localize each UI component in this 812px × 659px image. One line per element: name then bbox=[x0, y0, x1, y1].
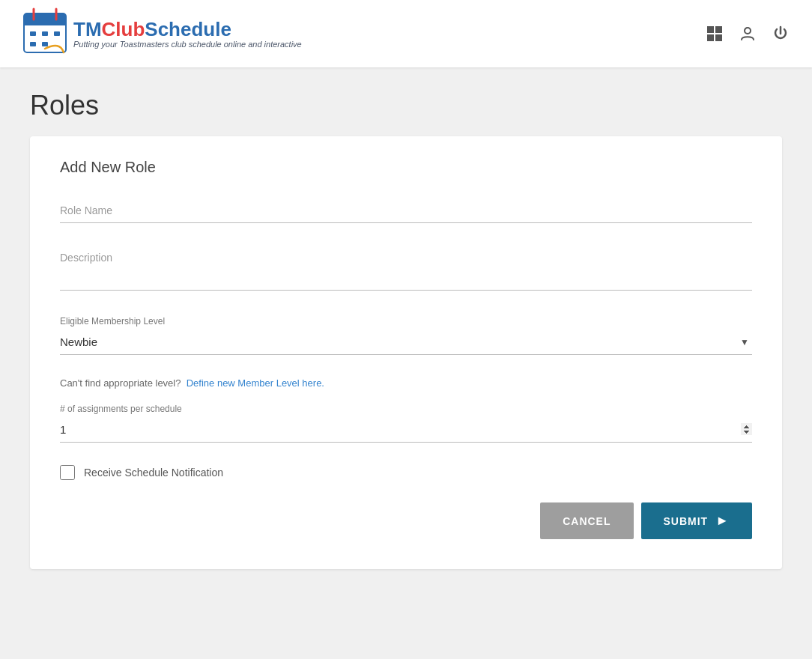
assignments-input-wrapper bbox=[60, 417, 752, 443]
logo-text: TMClubSchedule Putting your Toastmasters… bbox=[73, 19, 302, 49]
grid-icon[interactable] bbox=[706, 25, 724, 43]
logo-icon bbox=[22, 7, 67, 60]
logo-club: Club bbox=[102, 18, 145, 40]
cant-find-prefix: Can't find appropriate level? bbox=[60, 377, 181, 389]
svg-rect-11 bbox=[715, 26, 722, 33]
svg-rect-8 bbox=[30, 42, 36, 46]
user-icon[interactable] bbox=[739, 25, 757, 43]
membership-level-select[interactable]: Newbie Member Senior Member Officer bbox=[60, 330, 752, 354]
role-name-input[interactable] bbox=[60, 198, 752, 223]
svg-rect-2 bbox=[24, 22, 66, 25]
power-icon[interactable] bbox=[772, 25, 790, 43]
description-input[interactable] bbox=[60, 246, 752, 291]
svg-rect-5 bbox=[30, 31, 36, 36]
membership-level-field: Eligible Membership Level Newbie Member … bbox=[60, 316, 752, 355]
submit-arrow-icon: ► bbox=[715, 513, 730, 529]
logo-schedule: Schedule bbox=[145, 18, 231, 40]
logo-title: TMClubSchedule bbox=[73, 19, 302, 40]
logo-subtitle: Putting your Toastmasters club schedule … bbox=[73, 40, 302, 49]
assignments-label: # of assignments per schedule bbox=[60, 404, 752, 414]
svg-rect-6 bbox=[42, 31, 48, 36]
page-title: Roles bbox=[30, 90, 782, 121]
submit-label: SUBMIT bbox=[664, 515, 709, 527]
header-icons bbox=[706, 25, 790, 43]
svg-rect-10 bbox=[707, 26, 714, 33]
app-header: TMClubSchedule Putting your Toastmasters… bbox=[0, 0, 812, 67]
notification-field: Receive Schedule Notification bbox=[60, 465, 752, 480]
form-buttons: CANCEL SUBMIT ► bbox=[60, 502, 752, 539]
logo-tm: TM bbox=[73, 18, 102, 40]
notification-checkbox[interactable] bbox=[60, 465, 75, 480]
logo: TMClubSchedule Putting your Toastmasters… bbox=[22, 7, 302, 60]
main-content: Roles Add New Role Eligible Membership L… bbox=[0, 67, 812, 592]
svg-rect-7 bbox=[54, 31, 60, 36]
define-member-level-link[interactable]: Define new Member Level here. bbox=[187, 377, 324, 389]
svg-rect-13 bbox=[715, 34, 722, 41]
membership-level-label: Eligible Membership Level bbox=[60, 316, 752, 327]
membership-select-wrapper: Newbie Member Senior Member Officer ▼ bbox=[60, 330, 752, 355]
assignments-field: # of assignments per schedule bbox=[60, 404, 752, 443]
assignments-input[interactable] bbox=[60, 417, 752, 442]
svg-point-14 bbox=[745, 28, 751, 34]
cant-find-text: Can't find appropriate level? Define new… bbox=[60, 377, 752, 389]
card-title: Add New Role bbox=[60, 159, 752, 176]
svg-rect-12 bbox=[707, 34, 714, 41]
notification-label: Receive Schedule Notification bbox=[84, 467, 223, 479]
role-name-field bbox=[60, 198, 752, 223]
description-field bbox=[60, 246, 752, 294]
svg-rect-9 bbox=[42, 42, 48, 46]
submit-button[interactable]: SUBMIT ► bbox=[641, 502, 753, 539]
cancel-button[interactable]: CANCEL bbox=[540, 502, 633, 539]
add-role-card: Add New Role Eligible Membership Level N… bbox=[30, 136, 782, 569]
